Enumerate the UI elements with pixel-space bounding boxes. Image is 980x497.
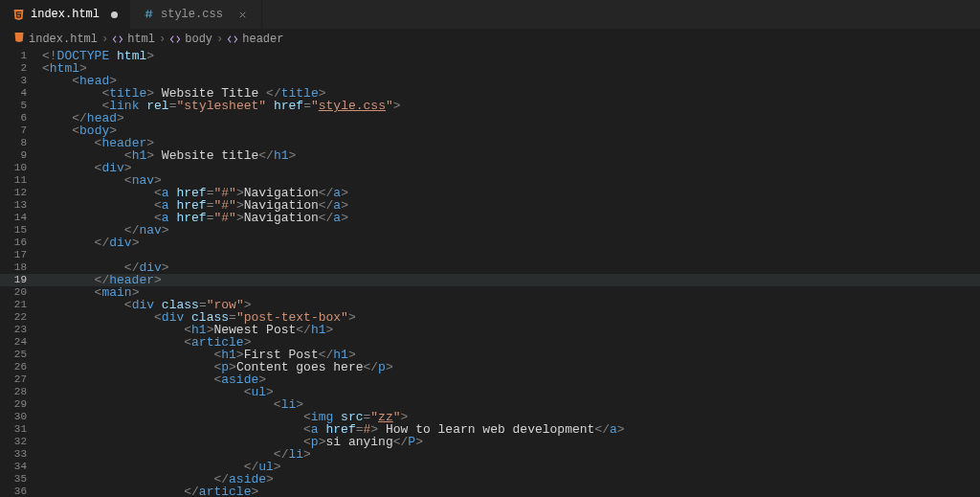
element-icon	[227, 34, 238, 45]
line-number: 23	[0, 324, 27, 336]
line-number: 28	[0, 386, 27, 398]
html5-icon	[11, 8, 25, 21]
line-number: 5	[0, 100, 27, 112]
code-line[interactable]: </nav>	[42, 224, 980, 237]
line-number: 36	[0, 486, 27, 497]
tab-label: index.html	[31, 8, 100, 21]
line-number: 20	[0, 286, 27, 299]
breadcrumb-item[interactable]: html	[112, 33, 155, 46]
code-line[interactable]: </div>	[42, 261, 980, 274]
code-line[interactable]: </header>	[42, 274, 980, 286]
code-line[interactable]: <a href="#">Navigation</a>	[42, 212, 980, 224]
line-number: 32	[0, 436, 27, 448]
line-number: 1	[0, 50, 27, 62]
line-number-gutter: 1234567891011121314151617181920212223242…	[0, 50, 42, 497]
tab-bar: index.html style.css	[0, 0, 980, 29]
code-line[interactable]: <link rel="stylesheet" href="style.css">	[42, 100, 980, 112]
hash-icon	[142, 8, 155, 21]
line-number: 12	[0, 187, 27, 199]
element-icon	[169, 34, 181, 45]
line-number: 18	[0, 261, 27, 274]
html5-icon	[13, 32, 25, 47]
line-number: 8	[0, 137, 27, 149]
line-number: 14	[0, 212, 27, 224]
line-number: 19	[0, 274, 27, 286]
line-number: 10	[0, 162, 27, 174]
line-number: 27	[0, 373, 27, 386]
code-line[interactable]: </div>	[42, 237, 980, 249]
line-number: 26	[0, 361, 27, 373]
code-line[interactable]: </head>	[42, 112, 980, 124]
modified-dot-icon	[111, 11, 118, 18]
chevron-right-icon: ›	[159, 33, 166, 46]
code-line[interactable]: <h1> Website title</h1>	[42, 149, 980, 162]
line-number: 7	[0, 124, 27, 137]
code-line[interactable]: <body>	[42, 124, 980, 137]
tab-index-html[interactable]: index.html	[0, 0, 130, 29]
line-number: 22	[0, 311, 27, 324]
line-number: 11	[0, 174, 27, 187]
line-number: 9	[0, 149, 27, 162]
breadcrumb-label: html	[127, 33, 155, 46]
line-number: 34	[0, 461, 27, 473]
tab-label: style.css	[161, 8, 223, 21]
code-line[interactable]	[42, 249, 980, 261]
line-number: 16	[0, 237, 27, 249]
tab-style-css[interactable]: style.css	[130, 0, 262, 29]
breadcrumb-item[interactable]: index.html	[13, 32, 98, 47]
line-number: 13	[0, 199, 27, 212]
code-line[interactable]: </article>	[42, 486, 980, 497]
close-icon[interactable]	[236, 8, 250, 21]
line-number: 3	[0, 75, 27, 87]
code-line[interactable]: <html>	[42, 62, 980, 75]
breadcrumb[interactable]: index.html › html › body › header	[0, 29, 980, 50]
chevron-right-icon: ›	[101, 33, 108, 46]
breadcrumb-item[interactable]: header	[227, 33, 283, 46]
code-editor[interactable]: 1234567891011121314151617181920212223242…	[0, 50, 980, 497]
breadcrumb-label: index.html	[29, 33, 98, 46]
breadcrumb-item[interactable]: body	[169, 33, 212, 46]
line-number: 29	[0, 398, 27, 411]
code-area[interactable]: <!DOCTYPE html><html> <head> <title> Web…	[42, 50, 980, 497]
line-number: 2	[0, 62, 27, 75]
chevron-right-icon: ›	[216, 33, 223, 46]
breadcrumb-label: header	[242, 33, 283, 46]
line-number: 33	[0, 448, 27, 461]
line-number: 17	[0, 249, 27, 261]
line-number: 25	[0, 349, 27, 361]
line-number: 15	[0, 224, 27, 237]
line-number: 6	[0, 112, 27, 124]
line-number: 21	[0, 299, 27, 311]
element-icon	[112, 34, 123, 45]
code-line[interactable]: <!DOCTYPE html>	[42, 50, 980, 62]
line-number: 35	[0, 473, 27, 486]
line-number: 30	[0, 411, 27, 423]
line-number: 24	[0, 336, 27, 349]
line-number: 4	[0, 87, 27, 100]
breadcrumb-label: body	[185, 33, 212, 46]
line-number: 31	[0, 423, 27, 436]
code-line[interactable]: <div>	[42, 162, 980, 174]
